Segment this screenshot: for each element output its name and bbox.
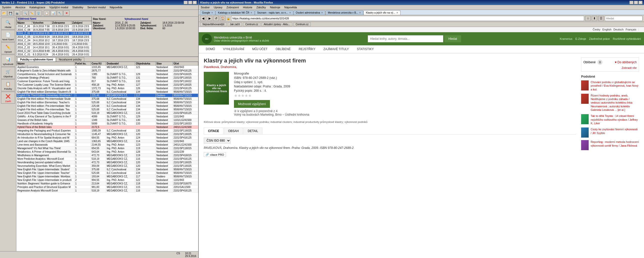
browser-tab-mendelu[interactable]: Mendelova univerzita v B... ✕ xyxy=(326,10,363,15)
action-zavrit[interactable]: ❌ Zavřít xyxy=(1,92,15,104)
close-btn[interactable]: ✕ xyxy=(193,1,197,4)
book-tab-obsah[interactable]: OBSAH xyxy=(224,127,243,134)
table-row[interactable]: New English File: Upper-Intermediate in … xyxy=(17,178,198,182)
selection-row[interactable]: 2016_Z_02 14.4.2016 10:1 26.4.2016 0:01:… xyxy=(17,46,92,49)
bookmark-navstevovani[interactable]: Nejnavštěvovanější xyxy=(200,22,227,26)
star-button[interactable]: ☆ xyxy=(585,16,591,21)
tab-google-close[interactable]: ✕ xyxy=(211,11,213,14)
selection-row[interactable]: 2016_Z_06 16.9.2016 7:58 22.9.2016 23:5 … xyxy=(17,25,92,28)
forward-button[interactable]: ▶ xyxy=(207,16,212,21)
refresh-button[interactable]: ↺ xyxy=(213,16,219,21)
home-button[interactable]: 🏠 xyxy=(220,16,225,21)
table-row[interactable]: An Introduction to R for Spatial Analysi… xyxy=(17,136,198,140)
browser-tab-seznam[interactable]: Seznam - najdu tam, co n... ✕ xyxy=(255,10,293,15)
table-row[interactable]: Lime-trees and Basswoods 1 2144,55 Ing. … xyxy=(17,143,198,147)
toolbar-btn-7[interactable]: 📋 xyxy=(44,10,50,16)
selection-row[interactable]: 2016_C_05 12.8.2016 9:24 18.8.2016 23:5 … xyxy=(17,35,92,39)
nav-vyhledavani[interactable]: VYHLEDÁVÁNÍ xyxy=(219,45,248,53)
bookmark-jak-zacit[interactable]: Jak začít xyxy=(228,22,242,26)
table-row[interactable]: Neuromarketing Essentials: What Every Ma… xyxy=(17,164,198,168)
menu-napoveda[interactable]: Nápověda xyxy=(109,6,123,9)
table-row[interactable]: English File third edition: Pre-intermed… xyxy=(17,108,198,111)
back-button[interactable]: ◀ xyxy=(200,16,206,21)
table-row[interactable]: Introduction to Neuromarketing & Consume… xyxy=(17,133,198,136)
table-row[interactable]: Hybrid Flora of the British Isles 1 2172… xyxy=(17,125,198,129)
menu-katalogizace[interactable]: Katalogizace xyxy=(28,6,46,9)
settings-button[interactable]: ☰ xyxy=(598,16,604,21)
action-vyhodnotit[interactable]: 📊 Vyhodnotit xyxy=(1,55,15,67)
browser-tab-katalogy[interactable]: Katalogy a databáze NK ČR ✕ xyxy=(216,10,255,15)
table-row[interactable]: Grasses of the British Isles 1 1349 SLOV… xyxy=(17,118,198,122)
table-row[interactable]: The Customer Loyalty Loop: The Science B… xyxy=(17,83,198,87)
similar-book-title[interactable]: Cesty ke zvyšování firemní výkonnosti / … xyxy=(591,127,639,135)
nav-zajimave[interactable]: ZAJÍMAVÉ TITULY xyxy=(319,45,353,53)
table-row[interactable]: A Beginner's Guide to Zero-Inflated Mode… xyxy=(17,69,198,73)
browser-tab-osobni[interactable]: Osobní administrativa ✕ xyxy=(294,10,326,15)
selection-row[interactable]: 2016_Z_05 12.8.2016 9:25 18.8.2016 23:5 … xyxy=(17,32,92,35)
selection-row[interactable]: 2016_C_04 24.6.2016 10:2 18.7.2016 23:5 … xyxy=(17,39,92,42)
lang-english[interactable]: English xyxy=(602,28,612,31)
search-input[interactable] xyxy=(605,16,642,21)
toolbar-btn-3[interactable]: 🖨️ xyxy=(14,10,20,16)
mendelu-search-btn[interactable]: Hledat xyxy=(444,35,461,42)
maximize-btn[interactable]: □ xyxy=(188,1,192,4)
book-author[interactable]: Pavelková, Drahomíra, xyxy=(204,65,576,69)
book-tab-citace[interactable]: CITACE xyxy=(204,127,223,134)
browser-tab-klastry[interactable]: Klastry a jejich vliv na vý... ✕ xyxy=(364,10,400,15)
table-row[interactable]: Mindfulness in Management 1 472,73 MEGAB… xyxy=(17,154,198,157)
book-tab-detail[interactable]: DETAIL xyxy=(244,127,262,134)
show-all-link[interactable]: Zobrazit vše xyxy=(583,66,637,69)
tab-seznam-close[interactable]: ✕ xyxy=(289,11,291,14)
table-row[interactable]: Nutrition: Beginners' Nutrition guide to… xyxy=(17,182,198,185)
link-ezdroje[interactable]: E-Zdroje xyxy=(575,37,586,40)
selection-row[interactable]: 2016_C_03 18.5.2016 13:0 2.6.2016 0:01: … xyxy=(17,42,92,46)
link-kramerius[interactable]: Kramerius xyxy=(560,37,572,40)
selection-row[interactable]: 2016_C_06 16.9.2016 7:55 22.9.2016 23:5 … xyxy=(17,28,92,32)
items-table-container[interactable]: Název Počet ks. Cena Kč Dodavatel Objedn… xyxy=(16,62,198,251)
borrow-button[interactable]: Možnosti výpůjčení xyxy=(234,100,270,108)
selection-row[interactable]: 2016_Z_01 12.2.2016 13:2 8.3.2016 0:01: … xyxy=(17,56,92,57)
tab-mendelu-close[interactable]: ✕ xyxy=(359,11,361,14)
nav-oblibene[interactable]: OBLÍBENÉ xyxy=(271,45,295,53)
nav-domu[interactable]: DOMŮ xyxy=(202,45,219,53)
table-row[interactable]: Applied Economics 1 1315,65 MEGABOOKS CZ… xyxy=(17,66,198,69)
tab-katalogy-close[interactable]: ✕ xyxy=(250,11,252,14)
bookmark-aktualni-zpravy[interactable]: Aktuální zprávy - Aktu... xyxy=(261,22,292,26)
toolbar-btn-2[interactable]: 💾 xyxy=(8,10,14,16)
toolbar-btn-1[interactable]: 📂 xyxy=(1,10,7,16)
toolbar-btn-9[interactable]: 🔧 xyxy=(57,10,63,16)
table-row[interactable]: Discrete Data Analysis with R: Visualiza… xyxy=(17,87,198,90)
table-row[interactable]: Customer Experience: Future Trends and I… xyxy=(17,80,198,83)
table-row[interactable]: GAARs - A Key Element of Tax Systems in … xyxy=(17,115,198,118)
similar-book-title[interactable]: Řízení hodnoty podniku, aneb, Nedělujeme… xyxy=(591,94,639,112)
table-row[interactable]: English File third edition Elementary St… xyxy=(17,90,198,94)
mendelu-search-input[interactable] xyxy=(368,35,443,42)
table-row[interactable]: Integrating the Packaging and Product Ex… xyxy=(17,129,198,133)
action-objednat[interactable]: 🛒 Objednat xyxy=(1,67,15,79)
address-input[interactable] xyxy=(231,16,584,21)
lang-francais[interactable]: Français xyxy=(626,28,636,31)
browser-menu-nastroje[interactable]: Nástroje xyxy=(269,6,281,9)
menu-akvizice[interactable]: Akvizice xyxy=(14,6,26,9)
menu-system[interactable]: Systém xyxy=(1,6,12,9)
nav-rejstriky[interactable]: REJSTŘÍKY xyxy=(295,45,319,53)
toolbar-btn-4[interactable]: 🔍 xyxy=(22,10,28,16)
tab-osobni-close[interactable]: ✕ xyxy=(321,11,323,14)
menu-statistiky[interactable]: Statistiky xyxy=(71,6,84,9)
table-row[interactable]: English File third edition Elementary: T… xyxy=(17,101,198,104)
browser-menu-napoveda[interactable]: Nápověda xyxy=(283,6,298,9)
tab-polozky[interactable]: Položky v výběrovém řízení xyxy=(17,57,56,61)
table-row[interactable]: English File third edition Pre-Intermedi… xyxy=(17,97,198,101)
table-row[interactable]: English File Third Edition Elementary Wo… xyxy=(17,94,198,97)
selection-row[interactable]: 2016_C_01 8.3.2016 8:24 26.4.2016 0:01: … xyxy=(17,53,92,56)
tab-klastry-close[interactable]: ✕ xyxy=(396,11,398,14)
selection-row[interactable]: 2016_C_02 13.4.2016 9:49 26.4.2016 0:01:… xyxy=(17,49,92,53)
table-row[interactable]: Management? It's Not What You Think! 1 6… xyxy=(17,147,198,150)
table-row[interactable]: Metallomics: A Primer of Integrated Biom… xyxy=(17,150,198,154)
similar-book-title[interactable]: Reporting : moderní metoda hodnocení výk… xyxy=(591,140,639,147)
table-row[interactable]: Corporate Strategy (Pelican) 1 760 SLOVA… xyxy=(17,76,198,80)
browser-maximize-btn[interactable]: □ xyxy=(634,1,638,4)
fav-heart-btn[interactable]: ♥ Do oblíbených xyxy=(615,60,637,64)
browser-menu-zobrazeni[interactable]: Zobrazení xyxy=(225,6,240,9)
nav-statistiky[interactable]: STATISTIKY xyxy=(353,45,378,53)
